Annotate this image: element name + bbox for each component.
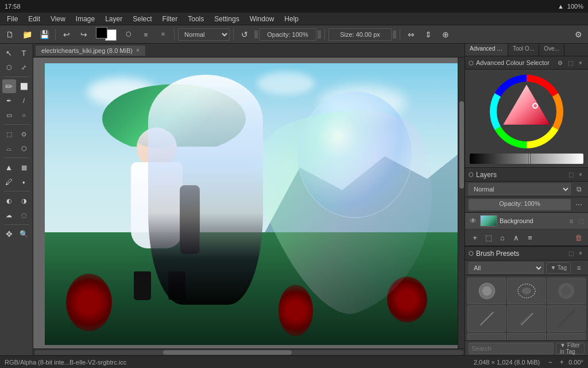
opacity-input[interactable]: Opacity: 100% [259, 28, 316, 41]
brush-tag-btn[interactable]: ▼ Tag [546, 262, 571, 274]
colour-panel-close-btn[interactable]: × [577, 59, 585, 67]
properties-layer-btn[interactable]: ≡ [524, 231, 536, 244]
opacity-extra-btn[interactable]: ⋯ [573, 199, 585, 210]
flip-v-btn[interactable]: ⇕ [421, 27, 436, 42]
brush-item-3[interactable] [547, 278, 586, 304]
brush-panel-close-btn[interactable]: × [577, 250, 585, 258]
layer-alpha-lock-btn[interactable]: α [567, 217, 575, 225]
filter-in-tag-btn[interactable]: ▼ Filter in Tag [556, 343, 585, 354]
fill-tool[interactable]: ▲ [2, 160, 16, 174]
transform-tool[interactable]: ⬡ [2, 60, 16, 74]
layer-eye-icon[interactable]: 👁 [469, 216, 478, 225]
undo-btn[interactable]: ↩ [59, 27, 74, 42]
colour-panel-config-btn[interactable]: ⚙ [556, 59, 564, 67]
menu-layer[interactable]: Layer [100, 14, 127, 24]
blend-mode-select[interactable]: Normal Multiply Screen [178, 28, 230, 41]
zoom-tool[interactable]: 🔍 [17, 227, 31, 241]
h-scrollbar-track[interactable] [34, 350, 463, 355]
brush-panel-float-btn[interactable]: ⬚ [567, 250, 575, 258]
open-file-btn[interactable]: 📁 [20, 27, 34, 42]
h-scrollbar-thumb[interactable] [163, 350, 292, 355]
eraser-tool[interactable]: ⬜ [17, 79, 31, 93]
panel-tab-tool[interactable]: Tool O... [508, 44, 539, 56]
brush-item-6[interactable] [547, 305, 586, 332]
mask-layer-btn[interactable]: ∧ [510, 231, 523, 244]
shapes-tool[interactable]: ▭ [2, 108, 16, 122]
color-wheel-container[interactable] [465, 70, 588, 154]
smart-patch-tool[interactable]: ⬧ [17, 175, 31, 189]
flip-h-btn[interactable]: ⇔ [404, 27, 419, 42]
menu-tools[interactable]: Tools [183, 14, 208, 24]
move-tool[interactable]: ✥ [2, 227, 16, 241]
v-scrollbar-thumb[interactable] [459, 101, 464, 189]
rotate-btn[interactable]: ⊕ [438, 27, 453, 42]
brush-item-5[interactable] [507, 305, 546, 332]
menu-select[interactable]: Select [128, 14, 156, 24]
brush-options-btn[interactable]: ⬡ [121, 27, 136, 42]
brush-search-input[interactable] [469, 343, 554, 354]
brush-list-view-btn[interactable]: ≡ [573, 262, 585, 274]
color-swatches[interactable] [95, 27, 118, 42]
menu-view[interactable]: View [46, 14, 70, 24]
layers-panel-float-btn[interactable]: ⬚ [567, 171, 575, 179]
settings-extra-btn[interactable]: ⚙ [571, 27, 586, 42]
select-lasso-tool[interactable]: ⌓ [2, 141, 16, 155]
select-ellipse-tool[interactable]: ⊙ [17, 127, 31, 141]
opacity-slider-track[interactable] [254, 30, 258, 39]
opacity-label[interactable]: Opacity: 100% [469, 199, 571, 210]
transform2-tool[interactable]: ⤢ [17, 60, 31, 74]
group-layer-btn[interactable]: ⌂ [496, 231, 509, 244]
brush-preset-btn[interactable]: ⌗ [156, 27, 171, 42]
panel-tab-overview[interactable]: Ove... [539, 44, 564, 56]
layer-item-background[interactable]: 👁 Background α ⬚ [465, 213, 588, 229]
redo-btn[interactable]: ↪ [76, 27, 91, 42]
canvas-area[interactable] [33, 57, 458, 348]
layer-clone-btn[interactable]: ⬚ [577, 217, 585, 225]
add-layer-btn[interactable]: + [469, 231, 481, 244]
brush-item-4[interactable] [467, 305, 506, 332]
brush-type-btn[interactable]: ≡ [138, 27, 153, 42]
dodge-tool[interactable]: ◐ [2, 194, 16, 208]
zoom-out-btn[interactable]: − [546, 358, 555, 367]
circle-tool[interactable]: ○ [17, 108, 31, 122]
size-end[interactable] [393, 30, 396, 39]
new-file-btn[interactable]: 🗋 [2, 27, 17, 42]
line-tool[interactable]: / [17, 94, 31, 108]
brush-category-select[interactable]: All Default Custom [469, 262, 544, 274]
menu-image[interactable]: Image [71, 14, 99, 24]
zoom-in-btn[interactable]: + [557, 358, 566, 367]
opacity-end[interactable] [318, 30, 321, 39]
brush-item-9[interactable] [547, 333, 586, 340]
menu-edit[interactable]: Edit [24, 14, 45, 24]
pointer-tool[interactable]: ↖ [2, 46, 16, 60]
panel-tab-colour[interactable]: Advanced Colour Sel _ [465, 44, 508, 56]
colour-panel-float-btn[interactable]: ⬚ [566, 59, 574, 67]
menu-filter[interactable]: Filter [158, 14, 183, 24]
menu-settings[interactable]: Settings [210, 14, 243, 24]
delete-layer-btn[interactable]: 🗑 [572, 231, 585, 244]
brush-item-1[interactable] [467, 278, 506, 304]
smudge-tool[interactable]: ☁ [2, 208, 16, 222]
menu-window[interactable]: Window [245, 14, 279, 24]
size-input[interactable]: Size: 40.00 px [328, 28, 392, 41]
layers-blend-select[interactable]: Normal Multiply Screen [469, 183, 571, 195]
gradient-tool[interactable]: ▦ [17, 160, 31, 174]
eyedropper-tool[interactable]: 🖊 [2, 175, 16, 189]
color-wheel-svg[interactable] [489, 74, 564, 149]
duplicate-layer-btn[interactable]: ⬚ [482, 231, 495, 244]
canvas-vertical-scrollbar[interactable] [458, 57, 465, 348]
menu-file[interactable]: File [2, 14, 22, 24]
menu-help[interactable]: Help [280, 14, 303, 24]
canvas-tab[interactable]: electrichearts_kiki.jpeg (8.0 MiB) × [36, 45, 145, 56]
brush-item-2[interactable] [507, 278, 546, 304]
reset-btn[interactable]: ↺ [237, 27, 252, 42]
color-wheel[interactable] [489, 74, 564, 149]
pen-tool[interactable]: ✒ [2, 94, 16, 108]
save-file-btn[interactable]: 💾 [37, 27, 52, 42]
close-tab-btn[interactable]: × [136, 47, 140, 53]
burn-tool[interactable]: ◑ [17, 194, 31, 208]
text-tool[interactable]: T [17, 46, 31, 60]
dark-gradient-bar[interactable] [470, 154, 583, 164]
layers-filter-btn[interactable]: ⧉ [573, 183, 585, 195]
brush-item-8[interactable] [507, 333, 546, 340]
